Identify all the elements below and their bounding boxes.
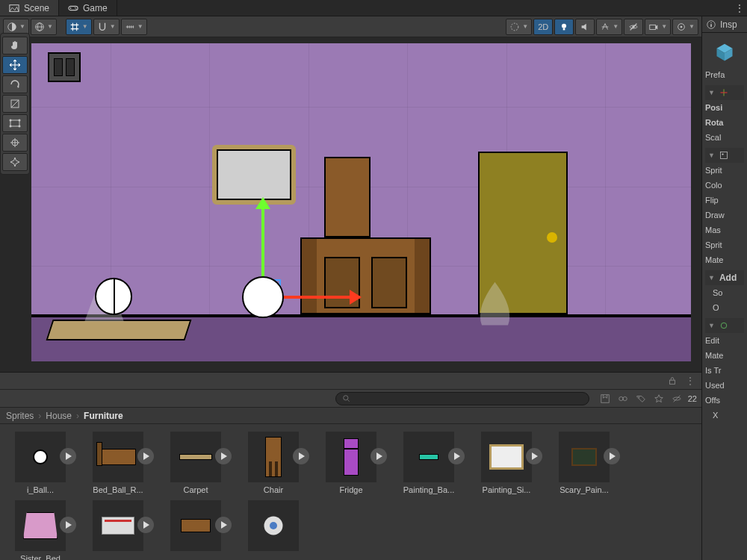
tab-inspector[interactable]: Insp — [702, 16, 747, 33]
view-tool-button[interactable] — [2, 37, 28, 55]
material-row[interactable]: Mate — [705, 252, 744, 267]
transform-tool-button[interactable] — [2, 134, 28, 152]
asset-item[interactable]: Carpet — [160, 432, 232, 494]
scene-audio-button[interactable] — [575, 19, 595, 35]
svg-point-22 — [343, 396, 347, 400]
scene-icon — [9, 3, 19, 13]
play-icon[interactable] — [215, 517, 232, 533]
asset-item[interactable]: Painting_Ba... — [393, 432, 465, 494]
chevron-down-icon: ▼ — [689, 23, 695, 30]
sparkle-icon — [9, 156, 21, 168]
scene-object-chair[interactable] — [324, 157, 371, 237]
scene-object-ball[interactable] — [95, 278, 132, 315]
play-icon[interactable] — [371, 448, 387, 464]
project-menu-icon[interactable]: ⋮ — [684, 374, 697, 388]
mask-row[interactable]: Mas — [705, 223, 744, 237]
play-icon[interactable] — [604, 448, 620, 464]
project-save-search-icon[interactable] — [598, 392, 612, 405]
play-icon[interactable] — [293, 448, 309, 464]
lightbulb-icon — [559, 22, 569, 32]
scene-object-switch[interactable] — [48, 52, 81, 82]
svg-rect-9 — [563, 28, 565, 30]
rotation-row[interactable]: Rota — [705, 115, 744, 130]
istrigger-row[interactable]: Is Tr — [705, 363, 744, 378]
scale-tool-button[interactable] — [2, 95, 28, 113]
play-icon[interactable] — [60, 448, 76, 464]
sprite-row[interactable]: Sprit — [705, 163, 744, 178]
project-favorite-icon[interactable] — [652, 392, 666, 405]
offset-x-row[interactable]: X — [705, 408, 744, 423]
asset-item[interactable]: Chair — [238, 432, 309, 494]
scene-effects-button[interactable]: ▼ — [596, 19, 622, 35]
chevron-down-icon: ▼ — [522, 23, 528, 30]
tab-scene[interactable]: Scene — [0, 0, 59, 16]
rotate-tool-button[interactable] — [2, 75, 28, 93]
2d-mode-button[interactable]: 2D — [533, 19, 553, 35]
asset-item[interactable] — [160, 500, 232, 560]
color-row[interactable]: Colo — [705, 178, 744, 193]
order-row[interactable]: O — [705, 300, 744, 315]
chevron-down-icon: ▼ — [613, 23, 619, 30]
play-icon[interactable] — [526, 448, 542, 464]
play-icon[interactable] — [215, 448, 232, 464]
asset-item[interactable]: Scary_Pain... — [548, 432, 620, 494]
project-filter-type-icon[interactable] — [616, 392, 630, 405]
svg-point-19 — [19, 125, 21, 128]
used-row[interactable]: Used — [705, 378, 744, 393]
scene-viewport[interactable] — [0, 37, 701, 372]
scene-visibility-button[interactable] — [624, 19, 643, 35]
move-tool-button[interactable] — [2, 56, 28, 74]
breadcrumb-item[interactable]: Sprites — [6, 411, 34, 421]
asset-item[interactable]: Painting_Si... — [471, 432, 542, 494]
asset-item[interactable]: Bed_Ball_R... — [82, 432, 154, 494]
inspector-tab-label: Insp — [720, 19, 737, 30]
play-icon[interactable] — [137, 448, 154, 464]
scene-light-gizmo[interactable] — [467, 276, 523, 328]
render-mode-button[interactable]: ▼ — [31, 19, 57, 35]
project-hidden-toggle[interactable] — [670, 392, 684, 405]
offset-row[interactable]: Offs — [705, 393, 744, 408]
asset-item[interactable]: Fridge — [315, 432, 387, 494]
asset-item[interactable]: i_Ball... — [4, 432, 76, 494]
asset-item[interactable] — [82, 500, 154, 560]
increment-snap-button[interactable]: ▼ — [121, 19, 147, 35]
chevron-down-icon: ▼ — [110, 23, 116, 30]
project-filter-label-icon[interactable] — [634, 392, 648, 405]
rect-tool-button[interactable] — [2, 114, 28, 132]
sprite-renderer-header[interactable]: ▼ — [705, 148, 744, 163]
collider-mat-row[interactable]: Mate — [705, 348, 744, 363]
asset-item[interactable]: Sister_Bed — [4, 500, 76, 560]
scale-row[interactable]: Scal — [705, 130, 744, 145]
flip-row[interactable]: Flip — [705, 193, 744, 208]
edit-collider-row[interactable]: Edit — [705, 333, 744, 348]
transform-header[interactable]: ▼ — [705, 85, 744, 100]
additional-header[interactable]: ▼ Add — [705, 270, 744, 285]
sprite2-row[interactable]: Sprit — [705, 237, 744, 252]
play-icon[interactable] — [60, 517, 76, 533]
tab-overflow-menu[interactable]: ⋮ — [732, 0, 747, 16]
circle-collider-header[interactable]: ▼ — [705, 318, 744, 333]
scene-lighting-button[interactable] — [554, 19, 574, 35]
project-lock-icon[interactable] — [666, 374, 679, 388]
tab-game[interactable]: Game — [59, 0, 117, 16]
sort-row[interactable]: So — [705, 285, 744, 300]
play-icon[interactable] — [448, 448, 465, 464]
info-icon — [707, 20, 716, 29]
breadcrumb-item[interactable]: House — [46, 411, 72, 421]
scene-camera-button[interactable]: ▼ — [645, 19, 671, 35]
position-row[interactable]: Posi — [705, 100, 744, 115]
scene-object-painting[interactable] — [212, 145, 296, 205]
project-search[interactable] — [335, 392, 589, 405]
project-search-input[interactable] — [353, 394, 583, 403]
grid-snap-button[interactable]: ▼ — [66, 19, 92, 35]
snap-settings-button[interactable]: ▼ — [93, 19, 120, 35]
draw-mode-button[interactable]: ▼ — [506, 19, 532, 35]
scene-selected-object[interactable] — [242, 276, 284, 318]
scene-object-dresser[interactable] — [300, 237, 431, 314]
svg-point-8 — [562, 23, 566, 28]
asset-item[interactable] — [238, 500, 309, 560]
draw-row[interactable]: Draw — [705, 208, 744, 223]
play-icon[interactable] — [137, 517, 154, 533]
gizmos-button[interactable]: ▼ — [672, 19, 698, 35]
custom-tool-button[interactable] — [2, 153, 28, 171]
